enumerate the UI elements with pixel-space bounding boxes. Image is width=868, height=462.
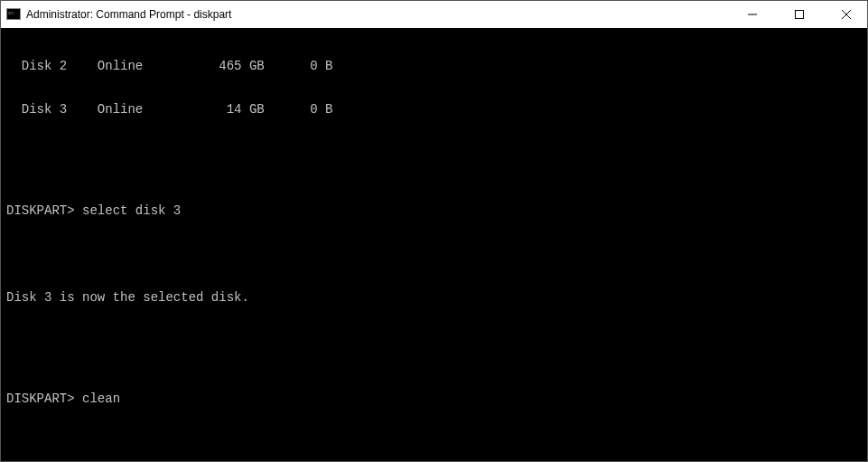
disk-table-row: Disk 2 Online 465 GB 0 B xyxy=(6,59,867,73)
window-title: Administrator: Command Prompt - diskpart xyxy=(26,8,231,21)
svg-rect-3 xyxy=(796,11,804,19)
close-button[interactable] xyxy=(826,1,867,28)
command-prompt-window: C:\ Administrator: Command Prompt - disk… xyxy=(0,0,868,462)
disk-table-row: Disk 3 Online 14 GB 0 B xyxy=(6,102,867,117)
titlebar[interactable]: C:\ Administrator: Command Prompt - disk… xyxy=(1,1,867,28)
prompt-line: DISKPART> select disk 3 xyxy=(6,203,867,218)
command-text: select disk 3 xyxy=(82,203,181,218)
command-text: clean xyxy=(82,391,120,406)
output-line: Disk 3 is now the selected disk. xyxy=(6,290,867,305)
maximize-button[interactable] xyxy=(779,1,820,28)
minimize-button[interactable] xyxy=(732,1,773,28)
svg-text:C:\: C:\ xyxy=(9,11,15,15)
command-prompt-icon: C:\ xyxy=(6,7,21,22)
console-output[interactable]: Disk 2 Online 465 GB 0 B Disk 3 Online 1… xyxy=(1,28,867,461)
prompt-line: DISKPART> clean xyxy=(6,391,867,406)
